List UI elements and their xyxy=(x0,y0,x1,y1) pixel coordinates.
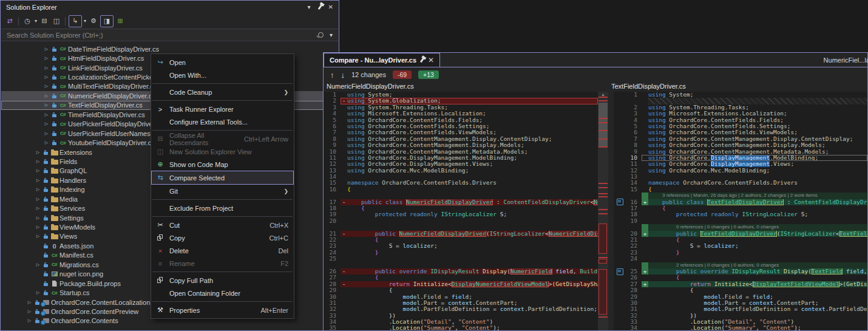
properties-page-icon[interactable]: ◫ xyxy=(51,16,62,27)
scroll-up-arrow-icon[interactable]: ▲ xyxy=(598,92,608,97)
expand-chevron-icon[interactable]: ▷ xyxy=(34,262,42,267)
code-line[interactable]: 4using OrchardCore.ContentFields.Fields; xyxy=(614,117,867,123)
expand-chevron-icon[interactable]: ▷ xyxy=(42,131,50,136)
reference-margin-icon[interactable] xyxy=(614,268,626,275)
expand-chevron-icon[interactable]: ▷ xyxy=(42,121,50,126)
code-line[interactable]: 18 protected readonly IStringLocalizer S… xyxy=(614,211,867,217)
expand-chevron-icon[interactable]: ▷ xyxy=(42,75,50,80)
expand-chevron-icon[interactable]: ▷ xyxy=(42,103,50,107)
code-line[interactable]: 15namespace OrchardCore.ContentFields.Dr… xyxy=(324,180,598,186)
expand-chevron-icon[interactable]: ▷ xyxy=(42,112,50,117)
code-line[interactable]: 29 model.Field = field; xyxy=(614,294,867,300)
code-line[interactable]: 15{ xyxy=(614,186,867,193)
code-line[interactable]: 30 model.Field = field; xyxy=(324,294,598,300)
code-line[interactable]: 19 protected readonly IStringLocalizer S… xyxy=(324,211,598,217)
previous-change-icon[interactable]: ↑ xyxy=(330,70,334,80)
tab-pin-icon[interactable] xyxy=(420,58,424,63)
expand-chevron-icon[interactable]: ▷ xyxy=(42,56,50,61)
code-line[interactable]: 3using System.Threading.Tasks; xyxy=(324,104,598,111)
code-line[interactable]: 20+ public TextFieldDisplayDriver(IStrin… xyxy=(614,231,867,237)
tab-compare[interactable]: Compare - Nu...layDriver.cs ✕ xyxy=(324,53,440,67)
expand-chevron-icon[interactable]: ▷ xyxy=(25,300,33,305)
codelens-row[interactable]: 3 references | Marvin, 26 days ago | 2 a… xyxy=(614,193,867,199)
search-box[interactable]: Search Solution Explorer (Ctrl+;) ▾ xyxy=(1,29,338,41)
code-line[interactable]: 24 } xyxy=(324,250,598,256)
code-line[interactable]: 1using System; xyxy=(324,92,598,98)
code-line[interactable]: 6using OrchardCore.ContentFields.Setting… xyxy=(324,123,598,129)
expand-chevron-icon[interactable]: ▷ xyxy=(34,150,42,155)
menu-item-delete[interactable]: ×DeleteDel xyxy=(151,244,294,257)
preview-selected-items-icon[interactable]: ↳ xyxy=(69,15,82,27)
code-line[interactable]: 24 xyxy=(614,256,867,262)
code-line[interactable]: 11using OrchardCore.DisplayManagement.Mo… xyxy=(324,155,598,161)
menu-item-open-containing-folder[interactable]: Open Containing Folder xyxy=(151,287,294,299)
code-line[interactable]: 6using OrchardCore.ContentFields.ViewMod… xyxy=(614,129,867,135)
code-line[interactable]: 10using OrchardCore.ContentManagement.Me… xyxy=(324,149,598,155)
code-line[interactable]: 10using OrchardCore.DisplayManagement.Mo… xyxy=(614,155,867,161)
toolbar-dropdown-chevron-icon[interactable]: ▾ xyxy=(84,18,86,24)
close-icon[interactable]: ✕ xyxy=(328,4,333,10)
pending-changes-filter-icon[interactable]: ◷ xyxy=(22,16,33,27)
diff-overview-ruler[interactable]: ▲ xyxy=(598,92,614,330)
expand-chevron-icon[interactable]: ▷ xyxy=(34,290,42,295)
right-code-pane[interactable]: 1using System;2using System.Threading.Ta… xyxy=(614,92,867,330)
code-line[interactable]: 7using OrchardCore.ContentManagement.Dis… xyxy=(614,136,867,142)
menu-item-rename[interactable]: ≡RenameF2 xyxy=(151,257,294,270)
expand-chevron-icon[interactable]: ▷ xyxy=(34,178,42,183)
code-line[interactable]: 16+ public class TextFieldDisplayDriver … xyxy=(614,199,867,205)
code-line[interactable]: 2using System.Threading.Tasks; xyxy=(614,104,867,111)
window-position-chevron-icon[interactable]: ▾ xyxy=(308,4,311,10)
code-line[interactable] xyxy=(324,224,598,230)
next-change-icon[interactable]: ↓ xyxy=(341,70,345,80)
code-line[interactable]: 5using OrchardCore.ContentFields.Fields; xyxy=(324,117,598,123)
tree-item[interactable]: ▷C#DateTimeFieldDisplayDriver.cs xyxy=(1,44,338,53)
code-line[interactable]: 21 { xyxy=(614,237,867,243)
code-line[interactable]: 29 { xyxy=(324,287,598,293)
menu-item-exclude-from-project[interactable]: Exclude From Project xyxy=(151,202,294,214)
code-line[interactable]: 8using OrchardCore.ContentManagement.Dis… xyxy=(324,136,598,142)
code-line[interactable]: 9using OrchardCore.ContentManagement.Met… xyxy=(614,149,867,155)
code-line[interactable]: 12using OrchardCore.DisplayManagement.Vi… xyxy=(324,161,598,167)
menu-item-copy-full-path[interactable]: Copy Full Path xyxy=(151,274,294,287)
expand-chevron-icon[interactable]: ▷ xyxy=(34,159,42,164)
code-line[interactable]: 33 .Location("Detail", "Content") xyxy=(614,319,867,325)
sync-with-active-document-icon[interactable]: ⇄ xyxy=(4,16,15,27)
code-line[interactable]: 16{ xyxy=(324,186,598,193)
code-line[interactable]: 23 S = localizer; xyxy=(324,243,598,249)
code-line[interactable]: 11using OrchardCore.DisplayManagement.Vi… xyxy=(614,161,867,167)
code-line[interactable]: 34 .Location("Detail", "Content") xyxy=(324,319,598,325)
menu-item-code-cleanup[interactable]: Code Cleanup❯ xyxy=(151,86,294,98)
code-line[interactable]: 30 model.Part = context.ContentPart; xyxy=(614,300,867,306)
menu-item-task-runner-explorer[interactable]: >Task Runner Explorer xyxy=(151,103,294,115)
reference-margin-icon[interactable] xyxy=(614,199,626,205)
code-line[interactable]: 26- public override IDisplayResult Displ… xyxy=(324,268,598,275)
code-line[interactable]: 2-using System.Globalization; xyxy=(324,98,598,104)
code-line[interactable]: 20 xyxy=(324,218,598,224)
expand-chevron-icon[interactable]: ▷ xyxy=(34,187,42,192)
code-line[interactable]: 22 { xyxy=(324,237,598,243)
expand-chevron-icon[interactable]: ▷ xyxy=(42,47,50,52)
code-line[interactable]: 21- public NumericFieldDisplayDriver(ISt… xyxy=(324,231,598,237)
wrench-settings-icon[interactable]: ⚙ xyxy=(88,16,99,27)
code-line[interactable]: 25+ public override IDisplayResult Displ… xyxy=(614,268,867,275)
scrollbar-thumb[interactable] xyxy=(598,103,608,146)
menu-item-configure-external-tools[interactable]: Configure External Tools... xyxy=(151,115,294,128)
expand-chevron-icon[interactable]: ▷ xyxy=(25,309,33,314)
code-line[interactable]: 32 model.PartFieldDefinition = context.P… xyxy=(324,306,598,312)
code-line[interactable]: 1using System; xyxy=(614,92,867,98)
expand-chevron-icon[interactable]: ▷ xyxy=(42,140,50,145)
code-line[interactable]: 12using OrchardCore.Mvc.ModelBinding; xyxy=(614,168,867,174)
code-line[interactable]: 4using Microsoft.Extensions.Localization… xyxy=(324,111,598,117)
pin-icon[interactable] xyxy=(317,4,322,10)
expand-chevron-icon[interactable]: ▷ xyxy=(34,216,42,220)
code-line[interactable]: 14 xyxy=(324,174,598,180)
code-line[interactable]: 35 .Location("Summary", "Content"); xyxy=(324,325,598,330)
code-line[interactable]: 17- public class NumericFieldDisplayDriv… xyxy=(324,199,598,205)
menu-item-collapse-all-descendants[interactable]: ⊟Collapse All DescendantsCtrl+Left Arrow xyxy=(151,132,294,145)
menu-item-open[interactable]: ↪Open xyxy=(151,56,294,69)
code-line[interactable]: 27+ return Initialize<DisplayTextFieldVi… xyxy=(614,281,867,287)
expand-chevron-icon[interactable]: ▷ xyxy=(34,168,42,173)
expand-chevron-icon[interactable]: ▷ xyxy=(25,318,33,323)
menu-item-open-with[interactable]: Open With... xyxy=(151,69,294,81)
code-line[interactable]: 8using OrchardCore.ContentManagement.Dis… xyxy=(614,142,867,148)
